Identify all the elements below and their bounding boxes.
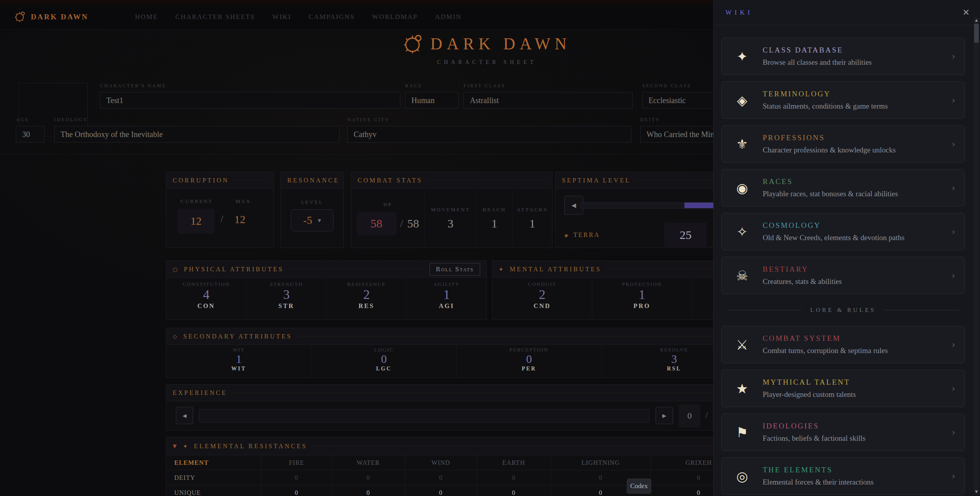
corruption-panel: CORRUPTION CURRENT MAX 12 / 12 [166,172,274,248]
deity-water-value: 0 [332,470,405,485]
resonance-level-select[interactable]: -5 ▼ [291,209,334,231]
logic-label: LOGIC [374,347,394,353]
deity-wind-value: 0 [405,470,477,485]
wiki-item-class-database[interactable]: ✦ CLASS DATABASE Browse all classes and … [721,38,965,75]
elemental-resistances-title: ELEMENTAL RESISTANCES [194,443,307,450]
chevron-right-icon: › [942,471,965,481]
close-icon[interactable]: ✕ [963,8,970,17]
character-name-input[interactable] [100,92,400,109]
wiki-item-terminology[interactable]: ◈ TERMINOLOGY Status ailments, condition… [721,81,965,119]
reach-label: REACH [482,207,506,213]
nav-item-admin[interactable]: ADMIN [435,13,462,21]
hp-max-value: 58 [407,217,419,230]
nav-links: HOME CHARACTER SHEETS WIKI CAMPAIGNS WOR… [135,13,462,21]
elemental-resistances-panel: ▼ ✦ ELEMENTAL RESISTANCES ELEMENT FIRE W… [166,437,747,496]
age-input[interactable] [16,126,45,143]
nav-item-campaigns[interactable]: CAMPAIGNS [309,13,355,21]
character-name-label: CHARACTER'S NAME [100,83,400,89]
attacks-stat: ATTACKS 1 [512,189,552,248]
strength-value: 3 [283,287,290,302]
skull-crossbones-icon: ☠ [722,268,763,284]
resonance-title: RESONANCE [287,177,339,184]
perception-label: PERCEPTION [509,347,548,353]
resolve-label: RESOLVE [660,347,688,353]
wiki-panel-header: WIKI ✕ [714,0,980,25]
lore-rules-divider: LORE & RULES [721,301,965,319]
unique-row-label: UNIQUE [166,485,261,496]
wiki-item-the-elements[interactable]: ◎ THE ELEMENTS Elemental forces & their … [721,457,965,495]
nav-item-worldmap[interactable]: WORLDMAP [372,13,418,21]
nav-item-character-sheets[interactable]: CHARACTER SHEETS [175,13,255,21]
scroll-down-icon[interactable]: ▼ [974,490,979,494]
wiki-item-combat-system[interactable]: ⚔ COMBAT SYSTEM Combat turns, corruption… [721,326,965,363]
perception-value: 0 [526,353,532,366]
experience-current-input[interactable]: 0 [678,404,701,427]
collapse-triangle-icon[interactable]: ▼ [173,443,178,449]
wiki-item-title: RACES [763,177,942,186]
resonance-panel: RESONANCE LEVEL -5 ▼ [281,172,344,248]
wiki-item-cosmology[interactable]: ✧ COSMOLOGY Old & New Creeds, elements &… [721,213,965,250]
septima-element-name: TERRA [573,231,600,239]
corruption-header: CORRUPTION [166,172,273,189]
secondary-attributes-panel: ◇ SECONDARY ATTRIBUTES WIT 1 WIT LOGIC 0… [166,328,747,378]
wiki-item-title: PROFESSIONS [763,133,942,142]
character-name-field: CHARACTER'S NAME [100,83,400,109]
conduit-label: CONDUIT [528,281,557,287]
strength-label: STRENGTH [270,281,303,287]
wiki-item-mythical-talent[interactable]: ★ MYTHICAL TALENT Player-designed custom… [721,370,965,407]
hp-label: HP [383,201,392,208]
corruption-current-value: 12 [190,215,202,227]
age-field: AGE [16,117,45,143]
deity-fire-value: 0 [261,470,332,485]
scrollbar[interactable]: ▲ ▼ [974,17,979,494]
conduit-abbr: CND [533,302,551,310]
wiki-item-ideologies[interactable]: ⚑ IDEOLOGIES Factions, beliefs & faction… [721,413,965,451]
wiki-item-races[interactable]: ◉ RACES Playable races, stat bonuses & r… [721,169,965,207]
resistances-header-row: ELEMENT FIRE WATER WIND EARTH LIGHTNING … [166,455,746,470]
unique-water-value: 0 [332,485,405,496]
hp-separator: / [400,217,403,230]
septima-level-input[interactable]: 25 [664,223,707,247]
native-city-input[interactable] [347,126,631,143]
page-title: DARK DAWN [430,34,571,53]
conduit-value: 2 [539,287,546,302]
column-wind: WIND [405,455,477,470]
reach-stat: REACH 1 [476,189,512,248]
app-root: DARK DAWN HOME CHARACTER SHEETS WIKI CAM… [0,0,980,496]
secondary-attributes-header: ◇ SECONDARY ATTRIBUTES [166,328,746,345]
wit-abbr: WIT [231,366,246,372]
nav-item-home[interactable]: HOME [135,13,158,21]
attacks-label: ATTACKS [517,207,548,213]
wiki-item-bestiary[interactable]: ☠ BESTIARY Creatures, stats & abilities … [721,257,965,294]
wiki-item-title: CLASS DATABASE [763,46,942,54]
ideology-input[interactable] [54,126,339,143]
protection-value: 1 [639,287,645,302]
experience-increase-button[interactable]: ▶ [656,407,673,424]
wiki-item-desc: Player-designed custom talents [763,390,942,399]
nav-item-wiki[interactable]: WIKI [272,13,291,21]
circle-icon: ○ [173,266,179,272]
chevron-right-icon: › [942,183,965,193]
roll-stats-button[interactable]: Roll Stats [430,263,480,276]
hp-current-input[interactable]: 58 [357,212,396,235]
race-input[interactable] [405,92,458,109]
scroll-up-icon[interactable]: ▲ [974,18,979,22]
constitution-stat: CONSTITUTION 4 CON [166,278,246,320]
experience-title: EXPERIENCE [173,389,227,396]
combat-stats-header: COMBAT STATS [351,172,552,189]
perception-stat: PERCEPTION 0 PER [456,345,601,378]
wiki-item-professions[interactable]: ⚜ PROFESSIONS Character professions & kn… [721,125,965,163]
brand[interactable]: DARK DAWN [14,10,89,24]
strength-stat: STRENGTH 3 STR [246,278,326,320]
codex-button[interactable]: Codex [627,479,651,494]
scrollbar-thumb[interactable] [974,24,979,43]
column-fire: FIRE [261,455,332,470]
experience-decrease-button[interactable]: ◀ [176,407,193,424]
wiki-item-desc: Combat turns, corruption & septima rules [763,346,942,355]
movement-label: MOVEMENT [431,207,470,213]
agility-label: AGILITY [433,281,460,287]
first-class-input[interactable] [464,92,633,109]
four-pointed-star-icon: ✦ [722,49,763,64]
experience-progress-bar[interactable] [199,409,649,423]
corruption-current-input[interactable]: 12 [177,209,215,234]
